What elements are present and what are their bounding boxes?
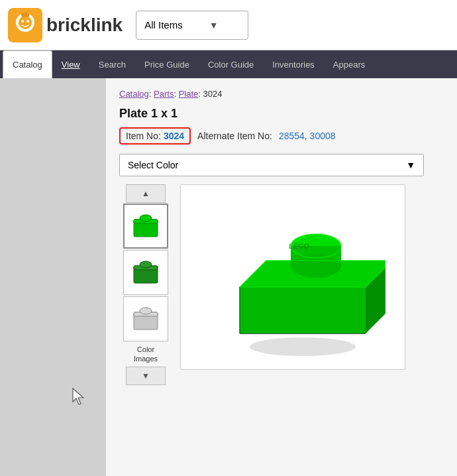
breadcrumb-plate-link[interactable]: Plate [179,89,199,99]
breadcrumb-number: 3024 [203,89,223,99]
svg-marker-6 [73,388,83,404]
nav-view[interactable]: View [52,50,89,78]
images-section: ▲ [119,184,444,385]
svg-point-2 [19,16,32,29]
header: bricklink All Items ▼ [0,0,457,50]
item-no-value[interactable]: 3024 [164,131,184,141]
logo-area: bricklink [8,8,123,42]
thumbnail-dark-green[interactable] [123,250,168,295]
nav-inventories[interactable]: Inventories [263,50,324,78]
svg-point-3 [21,20,24,23]
item-no-label: Item No: [126,131,161,141]
select-color-label: Select Color [128,160,178,170]
item-no-box: Item No: 3024 [119,127,191,145]
thumb-up-nav[interactable]: ▲ [126,184,166,203]
down-arrow-icon: ▼ [142,371,150,381]
breadcrumb-parts-link[interactable]: Parts [154,89,174,99]
nav-price-guide[interactable]: Price Guide [135,50,199,78]
nav-catalog[interactable]: Catalog [3,50,52,78]
cursor-icon [72,387,86,410]
alt-label: Alternate Item No: [197,131,272,141]
svg-point-4 [26,20,29,23]
thumb-down-nav[interactable]: ▼ [126,367,166,385]
main-lego-image: LEGO [200,194,385,360]
thumbnail-green[interactable] [123,204,168,249]
nav-search[interactable]: Search [89,50,135,78]
select-color-dropdown[interactable]: Select Color ▼ [119,154,424,176]
select-color-row: Select Color ▼ [119,154,444,176]
logo-text: bricklink [46,15,123,36]
breadcrumb: Catalog: Parts: Plate: 3024 [119,89,444,99]
all-items-dropdown[interactable]: All Items ▼ [136,11,248,40]
content-area: Catalog: Parts: Plate: 3024 Plate 1 x 1 … [106,78,457,476]
thumbnail-column: ▲ [119,184,172,385]
nav-color-guide[interactable]: Color Guide [199,50,263,78]
svg-point-16 [250,337,356,356]
up-arrow-icon: ▲ [142,189,150,198]
select-color-arrow-icon: ▼ [406,160,415,170]
svg-point-12 [140,261,152,268]
svg-text:LEGO: LEGO [288,242,310,250]
all-items-label: All Items [144,19,183,30]
dropdown-arrow-icon: ▼ [209,20,219,30]
svg-rect-5 [21,13,29,17]
thumbnail-gray[interactable] [123,296,168,341]
main-layout: Catalog: Parts: Plate: 3024 Plate 1 x 1 … [0,78,457,476]
color-images-label: ColorImages [134,345,158,364]
navbar: Catalog View Search Price Guide Color Gu… [0,50,457,78]
alt-values[interactable]: 28554, 30008 [279,131,336,141]
svg-point-15 [140,308,152,314]
breadcrumb-catalog-link[interactable]: Catalog [119,89,149,99]
part-title: Plate 1 x 1 [119,107,444,121]
nav-appears[interactable]: Appears [324,50,374,78]
bricklink-logo-icon [8,8,42,42]
item-no-row: Item No: 3024 Alternate Item No: 28554, … [119,127,444,145]
main-image-container: LEGO [180,184,405,370]
svg-point-9 [140,215,152,221]
left-sidebar [0,78,106,476]
